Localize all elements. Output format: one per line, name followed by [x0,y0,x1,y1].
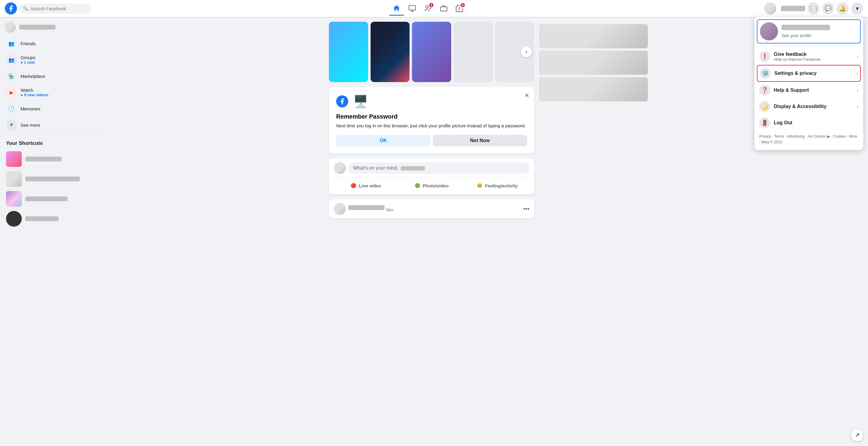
feedback-text: Give feedback Help us improve Facebook. [774,52,822,62]
post-time: 30m [386,208,393,212]
nav-home-button[interactable] [389,1,404,16]
shortcut-2[interactable] [2,169,106,188]
post-header: 30m ••• [334,203,529,215]
photo-video-icon: 🟢 [415,183,421,188]
privacy-link[interactable]: Privacy [759,134,771,138]
search-input[interactable]: Search Facebook [31,6,88,11]
live-video-action[interactable]: 🔴 Live video [334,180,398,191]
live-video-label: Live video [359,183,381,188]
feed-area: › ✕ 🖥️ Remember Password Next time you l… [329,22,534,441]
photo-video-action[interactable]: 🟢 Photo/video [399,180,464,191]
create-post-card: What's on your mind, 🔴 Live video 🟢 Phot… [329,159,534,194]
stories-next-button[interactable]: › [521,46,532,57]
feeling-icon: 😊 [477,183,483,188]
feedback-icon: ❗ [759,51,770,62]
messenger-button[interactable]: 💬 [822,2,834,14]
display-label: Display & Accessibility [774,104,827,109]
post-card: 30m ••• [329,199,534,218]
groups-label: Groups [21,55,35,60]
ok-button[interactable]: OK [336,135,430,146]
see-more-icon: ▼ [6,119,17,130]
more-link[interactable]: More [849,134,857,138]
nav-center: 1 5 [92,1,764,16]
story-card-1[interactable] [329,22,368,82]
story-card-2[interactable] [371,22,410,82]
display-text: Display & Accessibility [774,104,827,109]
live-video-icon: 🔴 [351,183,356,188]
create-post-actions: 🔴 Live video 🟢 Photo/video 😊 Feeling/act… [334,180,529,191]
apps-button[interactable]: ⋮⋮ [808,2,820,14]
logout-label: Log Out [774,120,792,126]
sidebar-user[interactable] [2,19,106,35]
remember-password-card: ✕ 🖥️ Remember Password Next time you log… [329,87,534,153]
create-post-username [401,166,425,171]
dropdown-footer: Privacy · Terms · Advertising · Ad Choic… [757,131,861,147]
photo-video-label: Photo/video [423,183,449,188]
search-bar[interactable]: 🔍 Search Facebook [19,4,92,13]
feedback-sub: Help us improve Facebook. [774,57,822,62]
display-accessibility-item[interactable]: 🌙 Display & Accessibility › [757,99,861,114]
shortcut-thumb-3 [6,191,22,207]
sidebar-item-memories[interactable]: 🕐 Memories [2,101,106,116]
terms-link[interactable]: Terms [774,134,784,138]
share-button[interactable]: ↗ [851,429,863,441]
account-menu-button[interactable]: ▾ [851,2,863,14]
shortcut-label-4 [25,216,59,221]
user-avatar-nav[interactable] [764,2,776,14]
ad-choices-link[interactable]: Ad Choices ▶ [808,134,830,138]
shortcut-thumb-1 [6,151,22,167]
story-card-4[interactable] [454,22,493,82]
rp-description: Next time you log in on this browser, ju… [336,123,527,129]
shortcut-label-1 [25,157,62,162]
story-card-3[interactable] [412,22,451,82]
close-button[interactable]: ✕ [524,92,529,99]
marketplace-icon: 🏪 [6,71,17,81]
profile-menu-item[interactable]: See your profile [757,19,861,43]
groups-badge: ● 1 new [21,60,35,65]
facebook-logo[interactable] [5,2,17,14]
sidebar-item-see-more[interactable]: ▼ See more [2,117,106,133]
post-more-button[interactable]: ••• [523,206,529,212]
create-post-input[interactable]: What's on your mind, [348,162,529,174]
search-icon: 🔍 [23,6,28,11]
post-avatar [334,203,346,215]
post-author [348,205,384,210]
not-now-button[interactable]: Not Now [433,135,527,146]
shortcut-4[interactable] [2,209,106,229]
settings-privacy-item[interactable]: ⚙️ Settings & privacy › [757,65,861,82]
shortcut-3[interactable] [2,189,106,208]
shortcut-label-2 [25,176,80,181]
right-content-2 [539,51,648,75]
settings-chevron: › [856,71,858,76]
sidebar-item-marketplace[interactable]: 🏪 Marketplace [2,68,106,84]
advertising-link[interactable]: Advertising [787,134,805,138]
feeling-action[interactable]: 😊 Feeling/activity [465,180,529,191]
main-content: › ✕ 🖥️ Remember Password Next time you l… [109,17,868,446]
help-support-item[interactable]: ❓ Help & Support › [757,82,861,98]
sidebar-item-groups[interactable]: 👥 Groups ● 1 new [2,52,106,68]
svg-rect-2 [440,7,447,11]
logout-item[interactable]: 🚪 Log Out [757,115,861,131]
shortcut-1[interactable] [2,149,106,169]
nav-gaming-button[interactable] [436,1,451,16]
shortcut-thumb-4 [6,211,22,227]
nav-news-button[interactable]: 5 [452,1,467,16]
rp-buttons: OK Not Now [336,135,527,146]
shortcuts-title: Your Shortcuts [2,138,106,149]
give-feedback-item[interactable]: ❗ Give feedback Help us improve Facebook… [757,48,861,64]
settings-icon: ⚙️ [760,68,771,79]
notifications-button[interactable]: 🔔 [837,2,849,14]
news-badge: 5 [460,2,465,8]
cookies-link[interactable]: Cookies [833,134,846,138]
sidebar-item-friends[interactable]: 👥 Friends [2,36,106,51]
sidebar-avatar [5,22,16,33]
sidebar-item-watch[interactable]: ▶ Watch ● 9 new videos [2,84,106,100]
feedback-chevron: › [857,54,858,59]
right-content-1 [539,24,648,48]
nav-right: ████████ ⋮⋮ 💬 🔔 ▾ [764,2,863,14]
nav-store-button[interactable] [405,1,420,16]
nav-friends-button[interactable]: 1 [421,1,435,16]
friends-icon: 👥 [6,38,17,49]
groups-icon: 👥 [6,54,17,65]
rp-header: 🖥️ [336,94,527,108]
